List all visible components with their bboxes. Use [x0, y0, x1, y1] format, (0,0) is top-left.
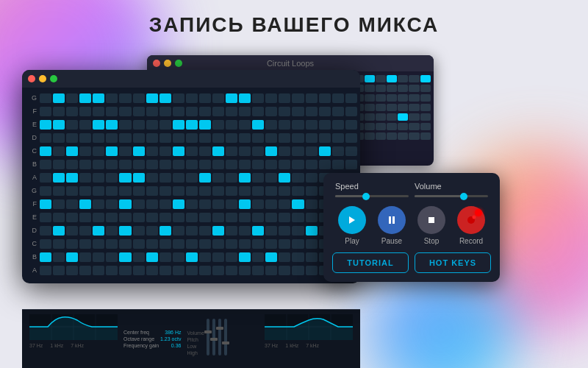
seq-cell-main[interactable] — [79, 252, 91, 262]
seq-cell-main[interactable] — [265, 93, 277, 103]
seq-cell[interactable] — [420, 113, 431, 121]
seq-cell-main[interactable] — [199, 213, 211, 222]
seq-cell[interactable] — [376, 132, 386, 140]
seq-cell-main[interactable] — [40, 226, 51, 236]
seq-cell-main[interactable] — [199, 199, 211, 209]
seq-cell-main[interactable] — [173, 266, 184, 275]
close-dot-main[interactable] — [28, 75, 35, 82]
seq-cell-main[interactable] — [146, 146, 158, 156]
seq-cell-main[interactable] — [66, 186, 78, 196]
seq-cell-main[interactable] — [66, 252, 78, 262]
seq-cell-main[interactable] — [279, 239, 290, 249]
fader-pitch[interactable] — [212, 319, 215, 355]
seq-cell[interactable] — [387, 104, 397, 111]
seq-cell-main[interactable] — [93, 146, 104, 156]
seq-cell-main[interactable] — [79, 239, 91, 249]
seq-cell-main[interactable] — [306, 199, 318, 209]
seq-cell-main[interactable] — [199, 107, 211, 116]
seq-cell-main[interactable] — [252, 93, 264, 103]
seq-cell-main[interactable] — [173, 252, 184, 262]
seq-cell-main[interactable] — [93, 213, 104, 222]
seq-cell-main[interactable] — [53, 199, 65, 209]
seq-cell[interactable] — [398, 75, 408, 82]
seq-cell-main[interactable] — [265, 160, 277, 169]
seq-cell-main[interactable] — [199, 226, 211, 236]
seq-cell-main[interactable] — [53, 226, 65, 236]
seq-cell-main[interactable] — [252, 107, 264, 116]
seq-cell-main[interactable] — [93, 160, 104, 169]
seq-cell-main[interactable] — [212, 213, 224, 222]
seq-cell-main[interactable] — [306, 186, 318, 196]
seq-cell-main[interactable] — [345, 133, 357, 143]
seq-cell-main[interactable] — [239, 186, 251, 196]
seq-cell-main[interactable] — [40, 107, 51, 116]
seq-cell-main[interactable] — [133, 120, 145, 130]
seq-cell-main[interactable] — [186, 120, 198, 130]
seq-cell-main[interactable] — [306, 252, 318, 262]
seq-cell-main[interactable] — [173, 213, 184, 222]
seq-cell-main[interactable] — [306, 173, 318, 183]
seq-cell-main[interactable] — [252, 120, 264, 130]
seq-cell-main[interactable] — [40, 213, 51, 222]
seq-cell-main[interactable] — [186, 133, 198, 143]
seq-cell-main[interactable] — [265, 146, 277, 156]
seq-cell-main[interactable] — [239, 199, 251, 209]
seq-cell-main[interactable] — [119, 146, 131, 156]
seq-cell-main[interactable] — [279, 266, 290, 275]
seq-cell-main[interactable] — [159, 160, 171, 169]
seq-cell-main[interactable] — [40, 252, 51, 262]
seq-cell-main[interactable] — [133, 226, 145, 236]
seq-cell-main[interactable] — [306, 239, 318, 249]
seq-cell-main[interactable] — [226, 133, 237, 143]
seq-cell-main[interactable] — [199, 239, 211, 249]
seq-cell-main[interactable] — [345, 120, 357, 130]
seq-cell-main[interactable] — [159, 186, 171, 196]
seq-cell-main[interactable] — [199, 120, 211, 130]
seq-cell-main[interactable] — [345, 146, 357, 156]
seq-cell-main[interactable] — [53, 213, 65, 222]
seq-cell-main[interactable] — [53, 93, 65, 103]
seq-cell-main[interactable] — [279, 160, 290, 169]
seq-cell-main[interactable] — [212, 199, 224, 209]
seq-cell-main[interactable] — [146, 160, 158, 169]
seq-cell-main[interactable] — [212, 252, 224, 262]
seq-cell-main[interactable] — [265, 266, 277, 275]
seq-cell-main[interactable] — [119, 266, 131, 275]
seq-cell-main[interactable] — [306, 226, 318, 236]
seq-cell-main[interactable] — [252, 133, 264, 143]
seq-cell-main[interactable] — [199, 186, 211, 196]
maximize-dot[interactable] — [175, 60, 182, 67]
seq-cell-main[interactable] — [133, 199, 145, 209]
seq-cell[interactable] — [376, 75, 386, 82]
seq-cell[interactable] — [398, 85, 408, 92]
pause-button[interactable]: Pause — [378, 206, 406, 245]
seq-cell[interactable] — [409, 123, 419, 130]
seq-cell-main[interactable] — [133, 186, 145, 196]
seq-cell[interactable] — [376, 113, 386, 121]
seq-cell-main[interactable] — [292, 266, 304, 275]
seq-cell-main[interactable] — [173, 133, 184, 143]
seq-cell-main[interactable] — [186, 173, 198, 183]
seq-cell-main[interactable] — [40, 160, 51, 169]
seq-cell-main[interactable] — [319, 133, 331, 143]
seq-cell-main[interactable] — [252, 213, 264, 222]
seq-cell-main[interactable] — [186, 199, 198, 209]
seq-cell-main[interactable] — [173, 120, 184, 130]
seq-cell-main[interactable] — [265, 199, 277, 209]
seq-cell-main[interactable] — [186, 239, 198, 249]
seq-cell-main[interactable] — [66, 173, 78, 183]
seq-cell-main[interactable] — [146, 252, 158, 262]
seq-cell[interactable] — [398, 94, 408, 102]
seq-cell-main[interactable] — [40, 266, 51, 275]
seq-cell-main[interactable] — [226, 160, 237, 169]
seq-cell-main[interactable] — [292, 160, 304, 169]
seq-cell-main[interactable] — [133, 133, 145, 143]
seq-cell[interactable] — [409, 113, 419, 121]
seq-cell-main[interactable] — [119, 213, 131, 222]
close-dot[interactable] — [153, 60, 160, 67]
volume-slider-thumb[interactable] — [460, 193, 467, 200]
seq-cell-main[interactable] — [252, 239, 264, 249]
seq-cell-main[interactable] — [226, 173, 237, 183]
seq-cell[interactable] — [376, 94, 386, 102]
seq-cell-main[interactable] — [239, 160, 251, 169]
